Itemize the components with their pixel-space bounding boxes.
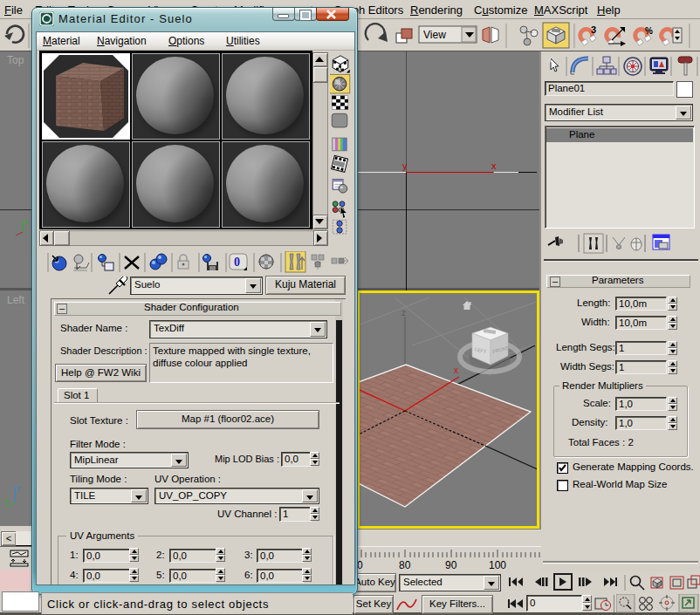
svg-text:0: 0 <box>357 559 363 571</box>
svg-text:z: z <box>17 484 20 492</box>
svg-text:100: 100 <box>489 559 506 571</box>
svg-text:x: x <box>454 366 458 375</box>
svg-text:90: 90 <box>445 559 457 571</box>
svg-text:80: 80 <box>399 559 411 571</box>
svg-text:y: y <box>24 217 28 225</box>
svg-text:View: View <box>423 29 446 41</box>
svg-text:z: z <box>401 308 406 318</box>
svg-text:0: 0 <box>234 256 240 269</box>
svg-text:3: 3 <box>591 24 596 35</box>
svg-text:y: y <box>5 496 9 504</box>
svg-text:%: % <box>645 26 653 36</box>
